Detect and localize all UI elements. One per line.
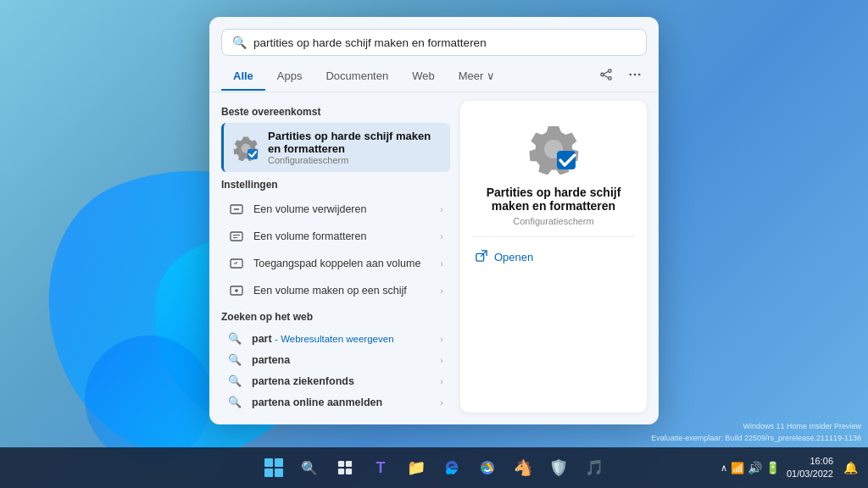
open-label: Openen	[494, 251, 533, 263]
more-options-icon[interactable]	[623, 63, 647, 86]
settings-item-2-label: Een volume formatteren	[253, 230, 431, 242]
taskbar-edge-icon[interactable]	[437, 452, 467, 483]
taskbar-center: 🔍 T 📁	[259, 452, 609, 483]
best-match-title: Beste overeenkomst	[221, 106, 450, 118]
svg-point-7	[638, 74, 641, 76]
settings-item-3-label: Toegangspad koppelen aan volume	[253, 258, 431, 269]
share-icon[interactable]	[594, 63, 618, 86]
search-input[interactable]	[253, 36, 636, 49]
svg-point-5	[629, 74, 632, 76]
settings-volume-remove-icon	[228, 201, 245, 218]
chevron-right-icon-4: ›	[440, 286, 443, 296]
tab-documenten[interactable]: Documenten	[314, 64, 400, 91]
settings-item-4[interactable]: Een volume maken op een schijf ›	[221, 277, 450, 304]
web-item-4[interactable]: 🔍 partena online aanmelden ›	[221, 391, 450, 413]
best-match-app-icon	[232, 134, 259, 161]
taskbar-clock[interactable]: 16:06 01/03/2022	[787, 455, 833, 481]
svg-point-0	[609, 69, 612, 73]
web-search-title: Zoeken op het web	[221, 311, 450, 323]
svg-line-4	[604, 75, 608, 78]
chevron-right-icon-web-3: ›	[440, 376, 443, 386]
right-panel-title: Partities op harde schijf maken en forma…	[472, 186, 635, 213]
web-item-4-highlight: partena online aanmelden	[252, 396, 382, 408]
build-info-line2: Evaluatie-exemplaar: Build 22509/rs_prer…	[651, 433, 861, 445]
search-tabs: Alle Apps Documenten Web Meer ∨	[209, 56, 659, 92]
tab-apps[interactable]: Apps	[265, 64, 314, 91]
web-item-4-text: partena online aanmelden	[252, 396, 431, 408]
taskbar-teams-icon[interactable]: T	[365, 452, 396, 483]
web-item-1[interactable]: 🔍 part - Webresultaten weergeven ›	[221, 328, 450, 349]
settings-item-1[interactable]: Een volume verwijderen ›	[221, 196, 450, 223]
search-overlay: 🔍 Alle Apps Documenten Web Meer ∨	[209, 17, 659, 424]
bg-decoration-3	[85, 336, 212, 463]
chevron-right-icon-1: ›	[440, 204, 443, 214]
svg-line-3	[604, 71, 608, 74]
chevron-right-icon-web-2: ›	[440, 355, 443, 365]
settings-volume-format-icon	[228, 228, 245, 245]
right-panel-app-icon	[524, 118, 583, 177]
taskbar-start-button[interactable]	[259, 452, 289, 483]
clock-date: 01/03/2022	[787, 468, 833, 480]
web-item-2[interactable]: 🔍 partena ›	[221, 349, 450, 370]
system-tray-icons: ∧ 📶 🔊 🔋	[721, 461, 780, 474]
settings-section-title: Instellingen	[221, 179, 450, 191]
settings-item-3[interactable]: Toegangspad koppelen aan volume ›	[221, 250, 450, 277]
taskbar-shield-icon[interactable]: 🛡️	[543, 452, 574, 483]
tab-web[interactable]: Web	[400, 64, 447, 91]
web-item-3-highlight: partena ziekenfonds	[252, 375, 354, 387]
taskbar-chrome-icon[interactable]	[472, 452, 503, 483]
web-item-3[interactable]: 🔍 partena ziekenfonds ›	[221, 370, 450, 391]
clock-time: 16:06	[787, 455, 833, 468]
tab-alle[interactable]: Alle	[221, 64, 265, 91]
web-search-icon-2: 🔍	[228, 353, 243, 366]
chevron-up-icon[interactable]: ∧	[721, 463, 727, 474]
search-content: Beste overeenkomst Partities op harde sc…	[209, 92, 659, 424]
search-magnifier-icon: 🔍	[232, 36, 247, 49]
battery-icon[interactable]: 🔋	[765, 461, 780, 474]
web-search-icon-4: 🔍	[228, 396, 243, 408]
web-item-1-text: part - Webresultaten weergeven	[252, 333, 431, 345]
web-search-icon-3: 🔍	[228, 374, 243, 387]
web-item-1-sub: - Webresultaten weergeven	[275, 334, 393, 344]
open-button[interactable]: Openen	[472, 246, 635, 269]
right-panel: Partities op harde schijf maken en forma…	[460, 101, 647, 413]
tabs-right	[594, 63, 647, 92]
best-match-item-subtitle: Configuratiescherm	[268, 155, 442, 165]
settings-volume-create-icon	[228, 282, 245, 299]
taskbar-explorer-icon[interactable]: 📁	[401, 452, 431, 483]
best-match-item[interactable]: Partities op harde schijf maken en forma…	[221, 123, 450, 172]
external-link-icon	[476, 250, 487, 264]
windows-logo	[264, 458, 283, 477]
svg-rect-26	[346, 461, 352, 467]
left-panel: Beste overeenkomst Partities op harde sc…	[221, 101, 450, 413]
build-info-line1: Windows 11 Home Insider Preview	[651, 421, 861, 433]
right-panel-divider	[472, 236, 635, 237]
build-info: Windows 11 Home Insider Preview Evaluati…	[651, 421, 861, 444]
web-item-1-highlight: part	[252, 333, 272, 345]
best-match-text: Partities op harde schijf maken en forma…	[268, 130, 442, 165]
svg-rect-27	[338, 469, 344, 474]
tabs-left: Alle Apps Documenten Web Meer ∨	[221, 64, 507, 90]
taskbar-right: ∧ 📶 🔊 🔋 16:06 01/03/2022 🔔	[721, 455, 858, 481]
taskbar: 🔍 T 📁	[0, 447, 868, 488]
taskbar-horse-icon[interactable]: 🐴	[508, 452, 538, 483]
notification-icon[interactable]: 🔔	[843, 461, 858, 474]
web-search-icon-1: 🔍	[228, 332, 243, 345]
settings-item-1-label: Een volume verwijderen	[253, 203, 431, 215]
best-match-item-title: Partities op harde schijf maken en forma…	[268, 130, 442, 155]
volume-icon[interactable]: 🔊	[748, 461, 762, 474]
chevron-right-icon-web-1: ›	[440, 334, 443, 344]
chevron-right-icon-3: ›	[440, 258, 443, 269]
taskbar-task-view-icon[interactable]	[330, 452, 360, 483]
svg-rect-28	[346, 469, 352, 474]
taskbar-search-icon[interactable]: 🔍	[294, 452, 325, 483]
svg-rect-25	[338, 461, 344, 467]
settings-item-2[interactable]: Een volume formatteren ›	[221, 223, 450, 250]
svg-point-1	[609, 77, 612, 80]
web-item-2-highlight: partena	[252, 354, 290, 366]
web-item-2-text: partena	[252, 354, 431, 366]
taskbar-spotify-icon[interactable]: 🎵	[579, 452, 609, 483]
settings-item-4-label: Een volume maken op een schijf	[253, 285, 431, 297]
wifi-icon[interactable]: 📶	[731, 462, 744, 474]
tab-meer[interactable]: Meer ∨	[447, 64, 507, 91]
